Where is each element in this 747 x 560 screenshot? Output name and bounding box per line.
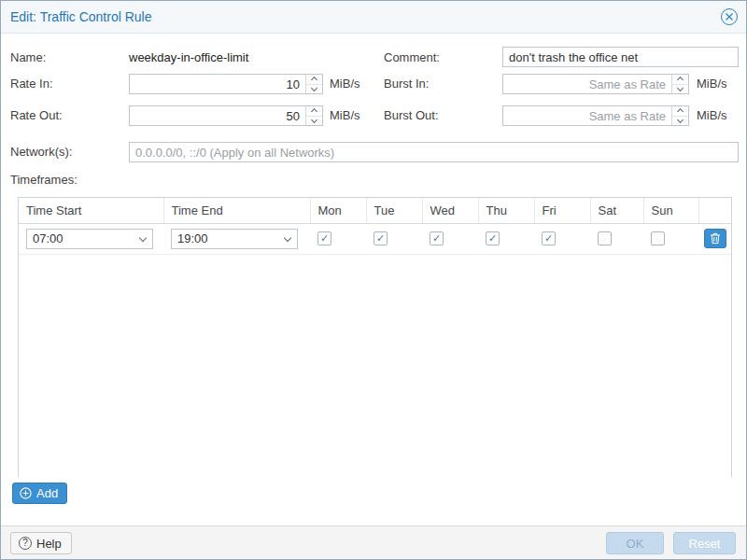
checkbox-fri[interactable]: ✓	[542, 231, 556, 245]
column-header-mon[interactable]: Mon	[310, 198, 366, 223]
burst-in-spinner	[671, 75, 688, 93]
burst-in-field-wrap	[502, 74, 689, 94]
burst-in-input[interactable]	[503, 75, 688, 93]
comment-input[interactable]	[503, 48, 738, 66]
spinner-down-icon[interactable]	[672, 85, 688, 94]
checkbox-sun[interactable]	[651, 231, 665, 245]
rate-out-unit: MiB/s	[330, 105, 360, 126]
rate-out-field-wrap	[129, 105, 323, 126]
networks-label: Network(s):	[10, 142, 72, 162]
spinner-up-icon[interactable]	[306, 106, 322, 117]
checkbox-mon[interactable]: ✓	[317, 231, 331, 245]
burst-in-unit: MiB/s	[697, 74, 727, 94]
checkbox-tue[interactable]: ✓	[374, 231, 388, 245]
time-start-combo	[26, 229, 153, 249]
timeframes-label: Timeframes:	[10, 170, 78, 190]
help-button-label: Help	[36, 537, 62, 551]
comment-field-wrap	[502, 47, 739, 67]
networks-input[interactable]	[130, 143, 738, 161]
column-header-sat[interactable]: Sat	[590, 198, 643, 223]
column-header-sun[interactable]: Sun	[643, 198, 698, 223]
networks-field-wrap	[129, 142, 739, 162]
ok-button[interactable]: OK	[606, 532, 664, 554]
column-header-fri[interactable]: Fri	[534, 198, 590, 223]
column-header-time-start[interactable]: Time Start	[19, 198, 163, 223]
rate-in-input[interactable]	[130, 75, 322, 93]
dialog-titlebar: Edit: Traffic Control Rule	[1, 1, 746, 34]
rate-in-unit: MiB/s	[330, 74, 360, 94]
plus-circle-icon	[20, 487, 32, 499]
spinner-down-icon[interactable]	[672, 117, 688, 126]
trash-icon	[710, 232, 721, 245]
column-header-actions	[698, 198, 731, 223]
burst-out-unit: MiB/s	[697, 105, 727, 126]
reset-button[interactable]: Reset	[673, 532, 736, 554]
rate-in-spinner	[305, 75, 322, 93]
checkbox-sat[interactable]	[598, 231, 612, 245]
dialog-footer: ? Help OK Reset	[1, 525, 746, 559]
question-circle-icon: ?	[19, 537, 32, 550]
burst-out-input[interactable]	[503, 106, 688, 125]
rate-out-spinner	[305, 106, 322, 125]
add-button-label: Add	[36, 486, 58, 500]
burst-out-label: Burst Out:	[384, 105, 439, 126]
spinner-up-icon[interactable]	[306, 75, 322, 85]
name-label: Name:	[10, 48, 46, 68]
close-icon[interactable]	[721, 8, 738, 25]
rate-out-label: Rate Out:	[10, 105, 63, 126]
time-end-combo	[171, 229, 298, 249]
comment-label: Comment:	[384, 48, 440, 68]
table-row: ✓ ✓ ✓ ✓ ✓	[19, 223, 731, 254]
spinner-up-icon[interactable]	[672, 75, 688, 85]
burst-in-label: Burst In:	[384, 74, 429, 94]
column-header-time-end[interactable]: Time End	[163, 198, 310, 223]
delete-row-button[interactable]	[704, 229, 726, 248]
column-header-wed[interactable]: Wed	[422, 198, 478, 223]
spinner-down-icon[interactable]	[306, 117, 322, 126]
checkbox-thu[interactable]: ✓	[486, 231, 500, 245]
column-header-tue[interactable]: Tue	[366, 198, 422, 223]
burst-out-field-wrap	[502, 105, 689, 126]
rate-in-field-wrap	[129, 74, 323, 94]
name-value: weekday-in-office-limit	[129, 48, 248, 68]
checkbox-wed[interactable]: ✓	[430, 231, 444, 245]
column-header-thu[interactable]: Thu	[478, 198, 534, 223]
edit-traffic-control-rule-dialog: Edit: Traffic Control Rule Name: weekday…	[0, 0, 747, 560]
rate-in-label: Rate In:	[10, 74, 53, 94]
chevron-down-icon[interactable]	[278, 230, 297, 248]
grid-empty-area	[19, 255, 731, 477]
dialog-title: Edit: Traffic Control Rule	[10, 1, 151, 33]
add-button[interactable]: Add	[12, 483, 67, 504]
grid-header-row: Time Start Time End Mon Tue Wed Thu Fri …	[19, 198, 731, 223]
burst-out-spinner	[671, 106, 688, 125]
spinner-up-icon[interactable]	[672, 106, 688, 117]
chevron-down-icon[interactable]	[134, 230, 152, 248]
timeframes-grid: Time Start Time End Mon Tue Wed Thu Fri …	[18, 197, 732, 477]
help-button[interactable]: ? Help	[10, 532, 72, 554]
rate-out-input[interactable]	[130, 106, 322, 125]
spinner-down-icon[interactable]	[306, 85, 322, 94]
